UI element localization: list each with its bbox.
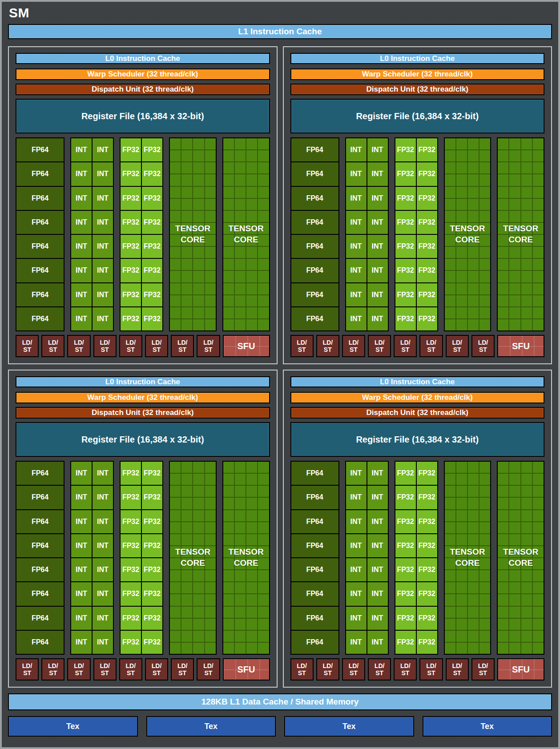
tensor-core-label-line2: CORE <box>508 558 533 569</box>
fp64-core: FP64 <box>291 235 338 258</box>
tensor-core-block: TENSOR CORE <box>497 137 544 331</box>
load-store-unit: LD/ST <box>342 658 365 681</box>
int-core: INT <box>93 534 113 557</box>
fp32-core: FP32 <box>142 534 162 557</box>
ldst-label-line2: ST <box>127 669 135 677</box>
tensor-core-label: TENSOR CORE <box>445 462 491 654</box>
ldst-label-line2: ST <box>23 669 31 677</box>
fp32-core: FP32 <box>142 631 162 654</box>
ldst-label-line1: LD/ <box>100 339 110 346</box>
fp64-column: FP64FP64FP64FP64FP64FP64FP64FP64 <box>16 461 64 655</box>
fp64-core: FP64 <box>291 211 338 234</box>
ldst-label-line1: LD/ <box>323 662 333 669</box>
fp64-core: FP64 <box>16 462 64 485</box>
tensor-core-block: TENSOR CORE <box>222 461 270 655</box>
load-store-unit: LD/ST <box>419 335 443 357</box>
fp32-core: FP32 <box>417 534 437 557</box>
fp32-core: FP32 <box>121 510 141 533</box>
int-core: INT <box>71 486 92 509</box>
fp32-core: FP32 <box>142 259 162 282</box>
fp32-core: FP32 <box>417 607 437 630</box>
int-core: INT <box>93 211 113 234</box>
load-store-unit: LD/ST <box>446 335 469 357</box>
fp32-core: FP32 <box>417 486 437 509</box>
fp32-core: FP32 <box>121 283 141 306</box>
ldst-label-line2: ST <box>178 669 186 677</box>
sm-partition: L0 Instruction Cache Warp Scheduler (32 … <box>8 46 278 364</box>
load-store-unit: LD/ST <box>93 658 117 681</box>
int-core: INT <box>367 307 388 330</box>
sfu-unit: SFU <box>223 658 270 681</box>
tex-unit: Tex <box>146 716 276 737</box>
ldst-label-line1: LD/ <box>349 662 359 669</box>
fp32-core: FP32 <box>121 138 141 161</box>
tensor-core-block: TENSOR CORE <box>222 137 270 331</box>
int-core: INT <box>367 211 388 234</box>
load-store-unit: LD/ST <box>145 658 168 681</box>
ldst-label-line1: LD/ <box>100 662 110 669</box>
fp32-core: FP32 <box>417 235 437 258</box>
int-core: INT <box>367 235 388 258</box>
ldst-label-line1: LD/ <box>203 339 214 346</box>
int-core: INT <box>367 162 388 185</box>
fp32-core: FP32 <box>142 235 162 258</box>
int-core: INT <box>71 162 92 185</box>
ldst-label-line1: LD/ <box>177 339 188 346</box>
int-core: INT <box>346 582 367 605</box>
fp32-core: FP32 <box>395 510 416 533</box>
warp-scheduler-bar: Warp Scheduler (32 thread/clk) <box>16 392 270 403</box>
fp64-core: FP64 <box>16 162 64 185</box>
ldst-label-line1: LD/ <box>375 339 385 346</box>
int-core: INT <box>93 582 113 605</box>
load-store-unit: LD/ST <box>171 335 194 357</box>
fp32-core: FP32 <box>142 462 162 485</box>
tensor-core-label-line2: CORE <box>455 558 479 569</box>
l1-instruction-cache-bar: L1 Instruction Cache <box>8 24 552 39</box>
fp32-core: FP32 <box>142 187 162 210</box>
tensor-core-label: TENSOR CORE <box>498 462 544 654</box>
fp32-columns: FP32FP32FP32FP32FP32FP32FP32FP32FP32FP32… <box>395 137 438 331</box>
ldst-label-line1: LD/ <box>48 662 58 669</box>
tex-row: Tex Tex Tex Tex <box>8 716 552 737</box>
load-store-unit: LD/ST <box>93 335 117 357</box>
ldst-label-line2: ST <box>101 346 109 353</box>
tensor-core-label: TENSOR CORE <box>498 138 544 330</box>
fp32-core: FP32 <box>142 138 162 161</box>
ldst-label-line2: ST <box>178 346 186 353</box>
load-store-unit: LD/ST <box>41 335 64 357</box>
register-file-bar: Register File (16,384 x 32-bit) <box>290 422 545 457</box>
int-columns: INTINTINTINTINTINTINTINTINTINTINTINTINTI… <box>70 461 114 655</box>
load-store-unit: LD/ST <box>290 658 314 681</box>
warp-scheduler-bar: Warp Scheduler (32 thread/clk) <box>290 392 545 403</box>
ldst-label-line2: ST <box>23 346 31 353</box>
load-store-unit: LD/ST <box>16 658 39 681</box>
load-store-unit: LD/ST <box>67 658 90 681</box>
fp32-core: FP32 <box>121 211 141 234</box>
int-columns: INTINTINTINTINTINTINTINTINTINTINTINTINTI… <box>345 137 389 331</box>
ldst-label-line2: ST <box>375 669 383 677</box>
fp64-core: FP64 <box>16 138 64 161</box>
ldst-label-line1: LD/ <box>426 339 436 346</box>
tensor-core-label-line2: CORE <box>234 234 258 246</box>
int-core: INT <box>346 211 367 234</box>
l0-instruction-cache-bar: L0 Instruction Cache <box>16 53 270 64</box>
core-grid: FP64FP64FP64FP64FP64FP64FP64FP64 INTINTI… <box>16 461 270 655</box>
ldst-label-line2: ST <box>49 669 57 677</box>
ldst-label-line2: ST <box>298 669 306 677</box>
fp32-core: FP32 <box>142 307 162 330</box>
int-core: INT <box>71 283 92 306</box>
l0-instruction-cache-bar: L0 Instruction Cache <box>290 53 545 64</box>
fp32-core: FP32 <box>395 211 416 234</box>
fp64-core: FP64 <box>291 283 338 306</box>
tensor-core-label-line2: CORE <box>181 558 205 569</box>
int-core: INT <box>93 462 113 485</box>
fp32-core: FP32 <box>121 307 141 330</box>
fp64-core: FP64 <box>291 582 338 605</box>
fp64-core: FP64 <box>291 259 338 282</box>
dispatch-unit-bar: Dispatch Unit (32 thread/clk) <box>16 84 270 95</box>
fp32-core: FP32 <box>142 558 162 581</box>
load-store-unit: LD/ST <box>316 658 339 681</box>
fp64-core: FP64 <box>291 558 338 581</box>
tensor-core-label: TENSOR CORE <box>223 462 269 654</box>
ldst-label-line1: LD/ <box>297 339 307 346</box>
